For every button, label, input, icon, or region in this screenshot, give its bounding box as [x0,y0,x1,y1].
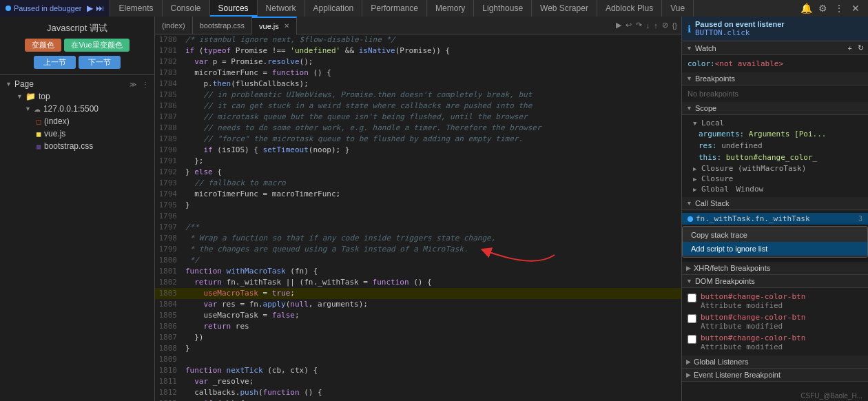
xhr-section-header[interactable]: ▶ XHR/fetch Breakpoints [682,262,868,275]
next-button[interactable]: 下一节 [79,56,121,69]
code-line-1809: 1809 [155,354,681,365]
breakpoints-section-header[interactable]: ▼ Breakpoints [682,72,868,85]
nav-buttons: 上一节 下一节 [6,56,149,69]
dom-bp-check-1[interactable] [688,314,696,323]
folder-icon: 📁 [25,92,36,101]
change-color-button[interactable]: 变颜色 [25,39,61,52]
source-tab-vuejs[interactable]: vue.js ✕ [252,17,297,34]
scope-chevron: ▼ [686,105,692,112]
play-icon[interactable]: ▶ [87,3,93,13]
skip-icon[interactable]: ⏭ [96,3,104,13]
paused-label: Paused in debugger [14,4,81,12]
code-line-1785: 1785 // in problematic UIWebViews, Promi… [155,90,681,101]
tab-application[interactable]: Application [305,0,363,17]
tab-console[interactable]: Console [163,0,210,17]
scope-arguments[interactable]: arguments: Arguments [Poi... [682,128,868,140]
callstack-content: fn._withTask.fn._withTask 3 Copy stack t… [682,210,868,262]
dom-bp-check-0[interactable] [688,294,696,302]
code-line-1783: 1783 microTimerFunc = function () { [155,68,681,79]
tab-web-scraper[interactable]: Web Scraper [532,0,597,17]
tree-index[interactable]: ◻ (index) [0,115,154,127]
dom-bp-section-header[interactable]: ▼ DOM Breakpoints [682,275,868,288]
callstack-section-header[interactable]: ▼ Call Stack [682,197,868,210]
dom-bp-label: DOM Breakpoints [695,277,755,285]
tree-top[interactable]: ▼ 📁 top [0,90,154,103]
deactivate-icon[interactable]: ⊘ [662,21,668,30]
tab-elements[interactable]: Elements [110,0,162,17]
tab-network[interactable]: Network [258,0,305,17]
close-devtools-icon[interactable]: ✕ [849,1,862,15]
step-into-icon[interactable]: ↓ [646,21,650,30]
tree-server[interactable]: ▼ ☁ 127.0.0.1:5500 [0,103,154,115]
callstack-context-menu: Copy stack trace Add script to ignore li… [682,226,868,258]
settings-icon[interactable]: ⚙ [816,1,829,15]
run-icon[interactable]: ▶ [616,21,621,30]
code-line-1790: 1790 if (isIOS) { setTimeout(noop); } [155,145,681,156]
tab-bar: Elements Console Sources Network Applica… [110,0,868,17]
more-icon[interactable]: ⋮ [832,1,846,15]
top-chevron: ▼ [17,93,23,100]
more-pages-icon[interactable]: ≫ [130,81,136,88]
tab-vue[interactable]: Vue [662,0,694,17]
code-line-1793: 1793 // fallback to macro [155,178,681,189]
add-script-ignore[interactable]: Add script to ignore list [683,242,867,256]
watch-value: <not available> [715,59,783,68]
dom-bp-item-0: button#change-color-btn Attribute modifi… [682,291,868,311]
watch-content: color: <not available> [682,55,868,72]
scope-this[interactable]: this: button#change_color_ [682,152,868,163]
watch-add-icon[interactable]: + [848,44,852,52]
step-over-icon[interactable]: ↷ [636,21,642,30]
scope-closure[interactable]: ▶ Closure [682,174,868,184]
callstack-item-0[interactable]: fn._withTask.fn._withTask 3 [682,213,868,225]
callstack-label: Call Stack [695,199,730,207]
scope-global[interactable]: ▶ Global Window [682,184,868,194]
tab-adblock[interactable]: Adblock Plus [597,0,662,17]
tab-performance[interactable]: Performance [362,0,427,17]
scope-res[interactable]: res: undefined [682,140,868,152]
tree-top-label: top [39,92,50,101]
scope-section-header[interactable]: ▼ Scope [682,102,868,115]
source-tab-index[interactable]: (index) [155,17,193,34]
code-line-1811: 1811 var _resolve; [155,376,681,387]
copy-stack-trace[interactable]: Copy stack trace [683,228,867,242]
add-page-icon[interactable]: ⋮ [142,81,149,88]
prev-button[interactable]: 上一节 [34,56,76,69]
code-line-1807: 1807 }) [155,332,681,343]
tree-vuejs[interactable]: ◼ vue.js [0,127,154,140]
event-listener-header[interactable]: ▶ Event Listener Breakpoint [682,369,868,382]
global-listeners-header[interactable]: ▶ Global Listeners [682,356,868,369]
code-line-1795: 1795 } [155,200,681,211]
code-line-1788: 1788 // needs to do some other work, e.g… [155,123,681,134]
step-out-icon[interactable]: ↑ [654,21,658,30]
tab-sources[interactable]: Sources [210,0,258,17]
watch-refresh-icon[interactable]: ↻ [858,43,864,52]
main-layout: Javascript 调试 变颜色 在Vue里变颜色 上一节 下一节 ▼ Pag… [0,17,868,401]
scope-local[interactable]: ▼ Local [682,118,868,128]
page-section-header[interactable]: ▼ Page ≫ ⋮ [0,78,154,90]
tree-bootstrap-label: bootstrap.css [44,141,93,151]
tab-lighthouse[interactable]: Lighthouse [474,0,532,17]
tab-close-icon[interactable]: ✕ [284,22,289,30]
code-area[interactable]: 1780 /* istanbul ignore next, $flow-disa… [155,34,681,401]
code-line-1784: 1784 p.then(flushCallbacks); [155,79,681,90]
breakpoints-content: No breakpoints [682,85,868,102]
code-line-1805: 1805 useMacroTask = false; [155,310,681,321]
watch-section-header[interactable]: ▼ Watch + ↻ [682,41,868,55]
code-line-1798: 1798 * Wrap a function so that if any co… [155,233,681,244]
code-line-1796: 1796 [155,211,681,222]
notification-icon[interactable]: 🔔 [799,1,813,15]
go-back-icon[interactable]: ↩ [626,21,632,30]
vue-color-button[interactable]: 在Vue里变颜色 [64,39,129,52]
info-icon: ℹ [688,23,691,34]
format-icon[interactable]: {} [672,21,677,30]
left-top: Javascript 调试 变颜色 在Vue里变颜色 上一节 下一节 [0,17,154,75]
code-line-1791: 1791 }; [155,156,681,167]
no-breakpoints: No breakpoints [682,88,868,99]
scope-closure-with-macro[interactable]: ▶ Closure (withMacroTask) [682,163,868,174]
dom-bp-check-2[interactable] [688,335,696,344]
source-tab-bootstrap[interactable]: bootstrap.css [193,17,252,34]
page-title: Javascript 调试 [6,22,149,34]
tab-memory[interactable]: Memory [427,0,474,17]
dom-bp-item-1: button#change-color-btn Attribute modifi… [682,311,868,332]
tree-bootstrap[interactable]: ◼ bootstrap.css [0,140,154,152]
